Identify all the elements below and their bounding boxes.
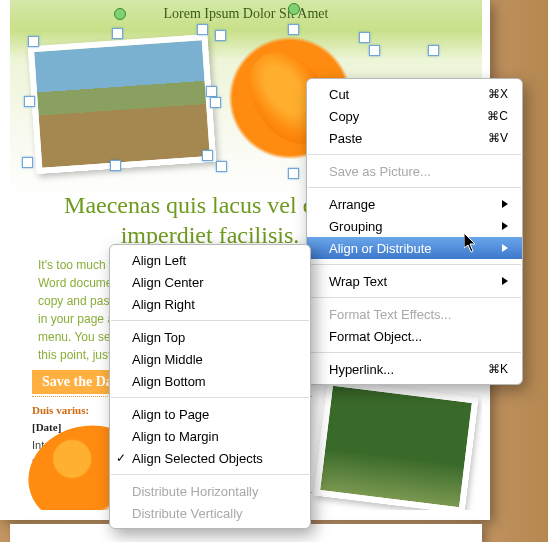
submenu-arrow-icon [502, 277, 508, 285]
menu-copy[interactable]: Copy ⌘C [307, 105, 522, 127]
submenu-align-right[interactable]: Align Right [110, 293, 310, 315]
menu-separator [111, 397, 309, 398]
selection-handle[interactable] [369, 45, 380, 56]
menu-align-or-distribute[interactable]: Align or Distribute [307, 237, 522, 259]
doc-header: Lorem Ipsum Dolor Sit Amet [10, 0, 482, 28]
submenu-align-to-margin[interactable]: Align to Margin [110, 425, 310, 447]
menu-separator [308, 297, 521, 298]
selection-handle[interactable] [215, 30, 226, 41]
menu-cut[interactable]: Cut ⌘X [307, 83, 522, 105]
menu-paste[interactable]: Paste ⌘V [307, 127, 522, 149]
menu-separator [111, 320, 309, 321]
submenu-align-top[interactable]: Align Top [110, 326, 310, 348]
selection-handle[interactable] [22, 157, 33, 168]
submenu-distribute-horizontally: Distribute Horizontally [110, 480, 310, 502]
rotation-handle[interactable] [114, 8, 126, 20]
selection-handle[interactable] [359, 32, 370, 43]
selection-handle[interactable] [288, 168, 299, 179]
menu-separator [308, 264, 521, 265]
checkmark-icon: ✓ [116, 451, 126, 465]
selection-handle[interactable] [210, 97, 221, 108]
menu-arrange[interactable]: Arrange [307, 193, 522, 215]
selection-handle[interactable] [24, 96, 35, 107]
submenu-align-distribute: Align Left Align Center Align Right Alig… [109, 244, 311, 529]
photo-family-dinner[interactable] [28, 34, 216, 174]
submenu-arrow-icon [502, 244, 508, 252]
context-menu: Cut ⌘X Copy ⌘C Paste ⌘V Save as Picture.… [306, 78, 523, 385]
selection-handle[interactable] [112, 28, 123, 39]
selection-handle[interactable] [110, 160, 121, 171]
menu-separator [111, 474, 309, 475]
submenu-align-left[interactable]: Align Left [110, 249, 310, 271]
menu-separator [308, 154, 521, 155]
selection-handle[interactable] [288, 24, 299, 35]
submenu-align-middle[interactable]: Align Middle [110, 348, 310, 370]
menu-format-text-effects: Format Text Effects... [307, 303, 522, 325]
menu-hyperlink[interactable]: Hyperlink... ⌘K [307, 358, 522, 380]
submenu-align-center[interactable]: Align Center [110, 271, 310, 293]
menu-save-as-picture: Save as Picture... [307, 160, 522, 182]
menu-separator [308, 352, 521, 353]
submenu-align-bottom[interactable]: Align Bottom [110, 370, 310, 392]
rotation-handle[interactable] [288, 3, 300, 15]
menu-grouping[interactable]: Grouping [307, 215, 522, 237]
menu-wrap-text[interactable]: Wrap Text [307, 270, 522, 292]
submenu-arrow-icon [502, 200, 508, 208]
selection-handle[interactable] [206, 86, 217, 97]
submenu-align-to-page[interactable]: Align to Page [110, 403, 310, 425]
selection-handle[interactable] [216, 161, 227, 172]
selection-handle[interactable] [28, 36, 39, 47]
menu-separator [308, 187, 521, 188]
selection-handle[interactable] [197, 24, 208, 35]
menu-format-object[interactable]: Format Object... [307, 325, 522, 347]
submenu-distribute-vertically: Distribute Vertically [110, 502, 310, 524]
photo-children-garden[interactable] [313, 379, 478, 510]
selection-handle[interactable] [202, 150, 213, 161]
selection-handle[interactable] [428, 45, 439, 56]
submenu-arrow-icon [502, 222, 508, 230]
submenu-align-selected-objects[interactable]: ✓ Align Selected Objects [110, 447, 310, 469]
